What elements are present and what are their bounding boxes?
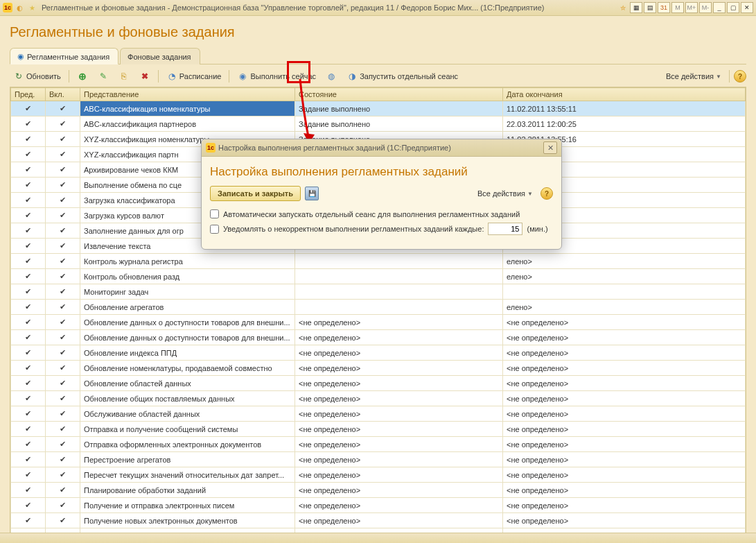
table-row[interactable]: ✔✔Мониторинг задач — [11, 284, 746, 300]
cell-repr: Обновление общих поставляемых данных — [80, 391, 295, 406]
table-row[interactable]: ✔✔Контроль обновления разделено> — [11, 269, 746, 284]
cell-pred: ✔ — [11, 101, 46, 117]
start-session-button[interactable]: ◑Запустить отдельный сеанс — [343, 69, 461, 84]
cell-enabled: ✔ — [46, 513, 80, 528]
tb-mminus-icon[interactable]: M- — [699, 2, 712, 13]
cell-enabled: ✔ — [46, 376, 80, 391]
tab-label: Фоновые задания — [128, 53, 191, 61]
refresh-button[interactable]: ↻Обновить — [10, 69, 64, 84]
cell-enabled: ✔ — [46, 162, 80, 178]
delete-button[interactable]: ✖ — [136, 69, 154, 84]
cell-enabled: ✔ — [46, 284, 80, 300]
pencil-icon: ✎ — [98, 71, 109, 82]
cell-enabled: ✔ — [46, 223, 80, 239]
tb-tool1-icon[interactable]: ▦ — [630, 2, 642, 13]
col-enabled[interactable]: Вкл. — [46, 88, 80, 101]
cell-pred: ✔ — [11, 284, 46, 300]
cell-pred: ✔ — [11, 330, 46, 345]
cell-state — [295, 284, 503, 300]
cell-enabled: ✔ — [46, 117, 80, 132]
cell-repr: ABC-классификация номенклатуры — [80, 101, 295, 117]
col-state[interactable]: Состояние — [295, 88, 503, 101]
save-icon[interactable]: 💾 — [305, 187, 319, 200]
table-row[interactable]: ✔✔ABC-классификация партнеровЗадание вып… — [11, 117, 746, 132]
cell-enabled: ✔ — [46, 254, 80, 269]
minimize-button[interactable]: _ — [713, 2, 726, 13]
col-date[interactable]: Дата окончания — [503, 88, 746, 101]
cell-date: <не определено> — [503, 315, 746, 330]
cell-pred: ✔ — [11, 391, 46, 406]
cell-pred: ✔ — [11, 193, 46, 208]
cell-state: Задание выполнено — [295, 117, 503, 132]
table-row[interactable]: ✔✔Контроль журнала регистраелено> — [11, 254, 746, 269]
col-repr[interactable]: Представление — [80, 88, 295, 101]
add-button[interactable]: ⊕ — [73, 69, 91, 84]
copy-button[interactable]: ⎘ — [115, 69, 133, 84]
run-now-button[interactable]: ◉Выполнить сейчас — [234, 69, 319, 84]
save-and-close-button[interactable]: Записать и закрыть — [210, 186, 301, 201]
settings-button[interactable]: ◍ — [322, 69, 340, 84]
cell-enabled: ✔ — [46, 300, 80, 315]
tab-background-jobs[interactable]: Фоновые задания — [120, 48, 200, 64]
dialog-titlebar[interactable]: 1c Настройка выполнения регламентных зад… — [202, 139, 561, 157]
table-row[interactable]: ✔✔ABC-классификация номенклатурыЗадание … — [11, 101, 746, 117]
table-row[interactable]: ✔✔Обновление данных о доступности товаро… — [11, 330, 746, 345]
cell-state: <не определено> — [295, 467, 503, 483]
cell-pred: ✔ — [11, 132, 46, 147]
table-row[interactable]: ✔✔Получение новых электронных документов… — [11, 513, 746, 528]
table-row[interactable]: ✔✔Обновление номенклатуры, продаваемой с… — [11, 361, 746, 376]
maximize-button[interactable]: ▢ — [727, 2, 739, 13]
cell-date: елено> — [503, 269, 746, 284]
close-button[interactable]: ✕ — [741, 2, 753, 13]
table-row[interactable]: ✔✔Обновление агрегатовелено> — [11, 300, 746, 315]
globe-icon: ◉ — [17, 52, 24, 61]
edit-button[interactable]: ✎ — [94, 69, 112, 84]
gear-globe-icon: ◍ — [326, 71, 337, 82]
table-row[interactable]: ✔✔Планирование обработки заданий<не опре… — [11, 483, 746, 498]
cell-date: <не определено> — [503, 483, 746, 498]
cell-state: <не определено> — [295, 315, 503, 330]
auto-start-checkbox[interactable] — [210, 209, 219, 218]
tab-scheduled-jobs[interactable]: ◉ Регламентные задания — [10, 48, 118, 64]
cell-repr: Обновление данных о доступности товаров … — [80, 315, 295, 330]
table-row[interactable]: ✔✔Обновление данных о доступности товаро… — [11, 315, 746, 330]
chevron-down-icon: ▼ — [716, 74, 721, 80]
cell-pred: ✔ — [11, 208, 46, 223]
table-row[interactable]: ✔✔Получение и отправка электронных писем… — [11, 498, 746, 513]
tb-mplus-icon[interactable]: M+ — [685, 2, 698, 13]
chevron-down-icon: ▼ — [527, 191, 533, 197]
col-pred[interactable]: Пред. — [11, 88, 46, 101]
help-button[interactable]: ? — [734, 70, 746, 83]
dialog-all-actions-button[interactable]: Все действия ▼ — [474, 187, 536, 200]
table-row[interactable]: ✔✔Пересчет текущих значений относительны… — [11, 467, 746, 483]
schedule-button[interactable]: ◔Расписание — [163, 69, 225, 84]
minutes-input[interactable] — [488, 223, 522, 235]
cell-repr: Обновление индекса ППД — [80, 345, 295, 361]
tb-m-icon[interactable]: M — [671, 2, 684, 13]
tb-calendar-icon[interactable]: 31 — [658, 2, 670, 13]
tb-calc-icon[interactable]: ▤ — [644, 2, 656, 13]
cell-date: <не определено> — [503, 437, 746, 452]
star-icon[interactable]: ★ — [26, 2, 37, 13]
table-row[interactable]: ✔✔Обслуживание областей данных<не опреде… — [11, 406, 746, 422]
table-row[interactable]: ✔✔Отправка и получение сообщений системы… — [11, 422, 746, 437]
fav-add-icon[interactable]: ✮ — [617, 2, 628, 13]
table-row[interactable]: ✔✔Обновление общих поставляемых данных<н… — [11, 391, 746, 406]
cell-date: елено> — [503, 254, 746, 269]
table-row[interactable]: ✔✔Отправка оформленных электронных докум… — [11, 437, 746, 452]
table-row[interactable]: ✔✔Обновление индекса ППД<не определено><… — [11, 345, 746, 361]
cell-enabled: ✔ — [46, 452, 80, 467]
notify-checkbox[interactable] — [210, 225, 219, 234]
cell-repr: Мониторинг задач — [80, 284, 295, 300]
page-title: Регламентные и фоновые задания — [10, 24, 746, 40]
cell-repr: Пересчет текущих значений относительных … — [80, 467, 295, 483]
table-row[interactable]: ✔✔Перестроение агрегатов<не определено><… — [11, 452, 746, 467]
all-actions-button[interactable]: Все действия ▼ — [662, 70, 725, 83]
back-icon[interactable]: ◐ — [14, 2, 25, 13]
cell-state: <не определено> — [295, 422, 503, 437]
table-row[interactable]: ✔✔Обновление областей данных<не определе… — [11, 376, 746, 391]
dialog-close-button[interactable]: ✕ — [543, 141, 557, 154]
cell-repr: Контроль обновления разд — [80, 269, 295, 284]
dialog-help-button[interactable]: ? — [540, 187, 553, 200]
notify-label: Уведомлять о некорректном выполнении рег… — [223, 225, 484, 233]
